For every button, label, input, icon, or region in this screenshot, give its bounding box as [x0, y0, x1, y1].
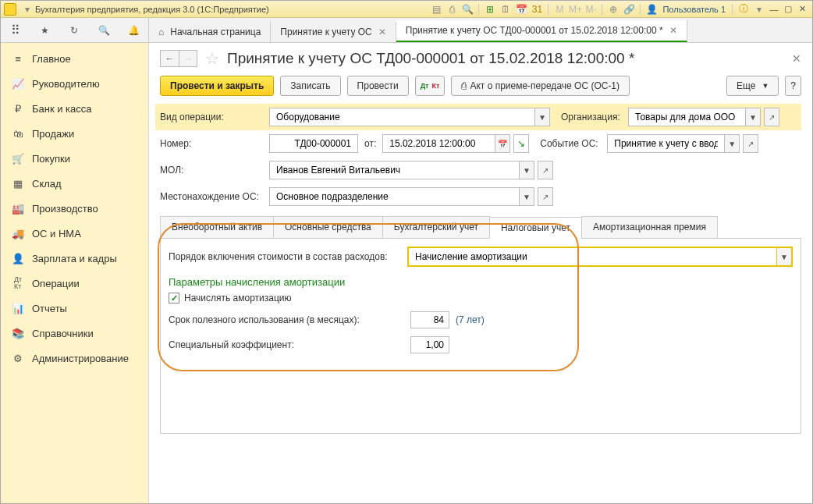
date-combo[interactable]: 📅: [382, 134, 510, 153]
event-dropdown-icon[interactable]: ▼: [724, 134, 740, 153]
apps-icon[interactable]: ⠿: [9, 23, 23, 37]
date-input[interactable]: [388, 137, 490, 150]
sidebar-item-production[interactable]: 🏭Производство: [1, 196, 148, 221]
event-open-icon[interactable]: ↗: [743, 134, 758, 153]
org-combo[interactable]: ▼ ↗: [628, 108, 779, 126]
sidebar-item-operations[interactable]: ДтКтОперации: [1, 271, 148, 296]
date-icon[interactable]: 🗓: [499, 3, 513, 16]
cost-order-combo[interactable]: ▼: [407, 247, 793, 267]
dtkt-icon: ДтКт: [12, 277, 24, 289]
op-type-input[interactable]: [275, 111, 530, 123]
favorite-star-icon[interactable]: ☆: [205, 49, 219, 68]
sidebar-item-dashboard[interactable]: 📈Руководителю: [1, 71, 148, 96]
zoom-icon[interactable]: ⊕: [606, 3, 620, 16]
row-op-type: Вид операции: ▼ Организация: ▼ ↗: [155, 104, 801, 130]
sidebar-item-bank[interactable]: ₽Банк и касса: [1, 96, 148, 121]
sidebar-item-stock[interactable]: ▦Склад: [1, 171, 148, 196]
back-button[interactable]: ←: [160, 50, 179, 67]
tab-os-doc[interactable]: Принятие к учету ОС ТД00-000001 от 15.02…: [396, 20, 687, 42]
app-logo-icon: [4, 3, 16, 16]
tab-accounting[interactable]: Бухгалтерский учет: [382, 216, 490, 238]
tab-home[interactable]: ⌂ Начальная страница: [149, 22, 271, 42]
sidebar-item-purchases[interactable]: 🛒Покупки: [1, 146, 148, 171]
tab-label: Принятие к учету ОС ТД00-000001 от 15.02…: [406, 25, 663, 36]
tab-fixed-assets[interactable]: Основные средства: [273, 216, 383, 238]
loc-input[interactable]: [275, 190, 514, 203]
op-type-dropdown-icon[interactable]: ▼: [534, 108, 550, 126]
org-label: Организация:: [561, 112, 628, 122]
help-button[interactable]: ?: [785, 76, 801, 96]
fill-icon[interactable]: ↘: [513, 134, 529, 153]
org-input[interactable]: [634, 111, 740, 123]
sidebar-item-admin[interactable]: ⚙Администрирование: [1, 346, 148, 371]
print-icon[interactable]: ⎙: [445, 3, 459, 16]
post-and-close-button[interactable]: Провести и закрыть: [160, 76, 274, 96]
dtkt-button[interactable]: ДтКт: [415, 76, 446, 96]
utility-bar: ⠿ ★ ↻ 🔍 🔔: [1, 18, 149, 42]
minimize-button[interactable]: —: [767, 5, 781, 14]
close-icon[interactable]: ✕: [669, 25, 677, 36]
sidebar-label: Операции: [32, 278, 80, 289]
link-icon[interactable]: 🔗: [622, 3, 636, 16]
event-input[interactable]: [612, 137, 719, 150]
loc-open-icon[interactable]: ↗: [538, 187, 553, 206]
star-icon[interactable]: ★: [38, 23, 52, 37]
maximize-button[interactable]: ▢: [781, 4, 795, 14]
loc-dropdown-icon[interactable]: ▼: [519, 187, 534, 206]
scale-mplus-icon[interactable]: M+: [568, 3, 582, 16]
tab-depreciation-bonus[interactable]: Амортизационная премия: [581, 216, 718, 238]
info-dd-icon[interactable]: ▾: [752, 3, 766, 16]
mol-dropdown-icon[interactable]: ▼: [519, 161, 534, 179]
sidebar-item-main[interactable]: ≡Главное: [1, 46, 148, 71]
close-page-button[interactable]: ✕: [792, 52, 801, 65]
print-act-button[interactable]: ⎙Акт о приеме-передаче ОС (ОС-1): [451, 76, 630, 96]
calendar-picker-icon[interactable]: 📅: [495, 134, 510, 153]
bell-icon[interactable]: 🔔: [126, 23, 140, 37]
mol-combo[interactable]: ▼ ↗: [269, 161, 553, 179]
mol-open-icon[interactable]: ↗: [538, 161, 553, 179]
info-icon[interactable]: ⓘ: [737, 3, 751, 16]
calc-icon[interactable]: ⊞: [483, 3, 497, 16]
calendar2-icon[interactable]: 31: [530, 3, 544, 16]
calc-depreciation-checkbox[interactable]: ✓: [169, 293, 179, 303]
cost-order-input[interactable]: [414, 250, 772, 263]
tab-noncurrent-asset[interactable]: Внеоборотный актив: [160, 216, 274, 238]
chevron-down-icon: ▼: [762, 82, 769, 90]
user-name[interactable]: Пользователь 1: [662, 5, 726, 14]
num-input[interactable]: [275, 137, 353, 150]
tab-tax-accounting[interactable]: Налоговый учет: [489, 217, 582, 239]
sidebar-label: Отчеты: [32, 303, 67, 314]
tab-os-list[interactable]: Принятие к учету ОС ✕: [271, 22, 396, 42]
dropdown-icon[interactable]: ▾: [20, 3, 34, 16]
write-button[interactable]: Записать: [280, 76, 340, 96]
cost-order-dropdown-icon[interactable]: ▼: [776, 247, 792, 266]
sidebar-item-hr[interactable]: 👤Зарплата и кадры: [1, 246, 148, 271]
scale-m-icon[interactable]: M: [552, 3, 566, 16]
close-button[interactable]: ✕: [795, 4, 809, 14]
btn-label: ?: [790, 80, 796, 91]
search-icon[interactable]: 🔍: [97, 23, 111, 37]
loc-combo[interactable]: ▼ ↗: [269, 187, 553, 206]
coef-input[interactable]: [410, 336, 449, 353]
org-dropdown-icon[interactable]: ▼: [745, 108, 761, 126]
event-combo[interactable]: ▼ ↗: [607, 134, 758, 153]
op-type-combo[interactable]: ▼: [269, 108, 550, 126]
row-location: Местонахождение ОС: ▼ ↗: [160, 183, 801, 210]
scale-mminus-icon[interactable]: M-: [584, 3, 598, 16]
search-doc-icon[interactable]: 🔍: [460, 3, 474, 16]
sidebar-item-os-nma[interactable]: 🚚ОС и НМА: [1, 221, 148, 246]
useful-life-input[interactable]: [410, 311, 449, 328]
history-icon[interactable]: ↻: [67, 23, 81, 37]
close-icon[interactable]: ✕: [378, 27, 386, 37]
sidebar-item-sales[interactable]: 🛍Продажи: [1, 121, 148, 146]
sidebar-item-reports[interactable]: 📊Отчеты: [1, 296, 148, 321]
post-button[interactable]: Провести: [347, 76, 409, 96]
print-preview-icon[interactable]: ▤: [429, 3, 443, 16]
more-button[interactable]: Еще▼: [726, 76, 779, 96]
calendar-icon[interactable]: 📅: [514, 3, 528, 16]
sidebar-item-refs[interactable]: 📚Справочники: [1, 321, 148, 346]
org-open-icon[interactable]: ↗: [764, 108, 779, 126]
forward-button[interactable]: →: [179, 50, 197, 67]
sidebar-label: Справочники: [32, 328, 94, 339]
mol-input[interactable]: [275, 164, 514, 176]
